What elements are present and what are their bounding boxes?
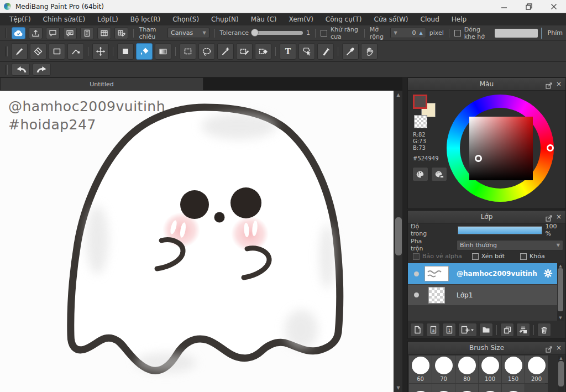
hand-tool[interactable]: [361, 43, 378, 60]
scrollbar-thumb[interactable]: [558, 361, 564, 386]
merge-layer-button[interactable]: [516, 323, 530, 337]
text-tool[interactable]: T: [280, 43, 296, 60]
key-label[interactable]: Phím: [548, 29, 563, 36]
layer-row[interactable]: Lớp1: [408, 284, 557, 305]
palette-edit-button[interactable]: [431, 167, 447, 181]
add-layer-button[interactable]: [410, 323, 424, 337]
saturation-value-box[interactable]: [469, 117, 533, 180]
menu-filter[interactable]: Bộ lọc(R): [124, 13, 166, 25]
protect-alpha-checkbox[interactable]: [413, 253, 420, 260]
comment-button[interactable]: [46, 27, 60, 39]
polyline-tool[interactable]: [67, 43, 84, 60]
cloud-sync-button[interactable]: [12, 27, 25, 39]
close-button[interactable]: [541, 0, 566, 13]
tab-untitled[interactable]: Untitled: [0, 77, 203, 91]
fill-rect-tool[interactable]: [117, 43, 134, 60]
layer-settings-button[interactable]: [543, 269, 553, 280]
redo-button[interactable]: [33, 63, 51, 76]
menu-cloud[interactable]: Cloud: [415, 13, 446, 25]
menu-layer[interactable]: Lớp(L): [91, 13, 124, 25]
layer-panel-header[interactable]: Lớp ×: [408, 211, 565, 223]
add-8bit-layer-button[interactable]: a: [426, 323, 440, 337]
material-panel-button[interactable]: [97, 27, 111, 39]
message-button[interactable]: [63, 27, 77, 39]
popout-icon[interactable]: [546, 344, 552, 355]
reference-dropdown[interactable]: Canvas ▼: [167, 28, 209, 38]
shape-tool[interactable]: [49, 43, 65, 60]
brush-size-60[interactable]: 60: [409, 356, 432, 383]
magic-wand-tool[interactable]: [217, 43, 234, 60]
brush-size-150[interactable]: 150: [502, 356, 525, 383]
scrollbar-thumb[interactable]: [558, 268, 563, 311]
eraser-tool[interactable]: [30, 43, 46, 60]
brush-size-200[interactable]: 200: [525, 356, 548, 383]
minimize-button[interactable]: [491, 0, 516, 13]
brush-size-cell[interactable]: [409, 384, 432, 392]
foreground-color-swatch[interactable]: [413, 95, 427, 109]
close-gap-swatch[interactable]: [495, 29, 538, 38]
move-tool[interactable]: [92, 43, 109, 60]
opacity-slider[interactable]: [458, 226, 542, 234]
publish-button[interactable]: [29, 27, 43, 39]
close-panel-icon[interactable]: ×: [556, 212, 562, 221]
brush-size-cell[interactable]: [432, 384, 455, 392]
select-eraser-tool[interactable]: [255, 43, 271, 60]
restore-button[interactable]: [516, 0, 541, 13]
eyedropper-tool[interactable]: [342, 43, 359, 60]
expand-spinner[interactable]: ▼ 0 ▲: [390, 28, 426, 38]
scroll-down-icon[interactable]: ▼: [557, 316, 564, 320]
brush-size-70[interactable]: 70: [432, 356, 455, 383]
menu-edit[interactable]: Chỉnh sửa(E): [37, 13, 92, 25]
menu-window[interactable]: Cửa sổ(W): [368, 13, 415, 25]
lock-checkbox[interactable]: [520, 253, 527, 260]
tolerance-slider[interactable]: [252, 31, 303, 35]
grid-edit-button[interactable]: [114, 27, 128, 39]
clipping-checkbox[interactable]: [472, 253, 479, 260]
scroll-down-icon[interactable]: ▼: [394, 385, 402, 390]
canvas-vertical-scrollbar[interactable]: ▲ ▼: [394, 91, 402, 392]
brush-size-cell[interactable]: [502, 384, 525, 392]
brush-size-cell[interactable]: [525, 384, 548, 392]
divide-tool[interactable]: [317, 43, 334, 60]
add-layer-menu-button[interactable]: [458, 323, 477, 337]
drawing-canvas[interactable]: @hamhoc2009vuitinh #hoidap247: [0, 91, 394, 392]
layer-list-scrollbar[interactable]: ▲ ▼: [557, 263, 564, 321]
spin-up-icon[interactable]: ▲: [420, 30, 423, 35]
close-gap-checkbox[interactable]: [454, 30, 461, 36]
undo-button[interactable]: [12, 63, 30, 76]
bucket-tool[interactable]: [136, 43, 153, 60]
gradient-tool[interactable]: [155, 43, 171, 60]
brush-size-cell[interactable]: [479, 384, 501, 392]
brush-tool[interactable]: [11, 43, 28, 60]
select-rect-tool[interactable]: [180, 43, 196, 60]
hue-marker[interactable]: [547, 144, 554, 151]
lasso-tool[interactable]: [198, 43, 215, 60]
close-panel-icon[interactable]: ×: [556, 343, 562, 352]
close-panel-icon[interactable]: ×: [556, 80, 562, 88]
brush-size-cell[interactable]: [455, 384, 478, 392]
popout-icon[interactable]: [546, 81, 552, 91]
operation-tool[interactable]: [298, 43, 315, 60]
add-1bit-layer-button[interactable]: 1: [442, 323, 456, 337]
document-panel-button[interactable]: [80, 27, 94, 39]
menu-view[interactable]: Xem(V): [283, 13, 319, 25]
scroll-up-icon[interactable]: ▲: [558, 356, 564, 360]
menu-help[interactable]: Help: [446, 13, 473, 25]
brush-size-80[interactable]: 80: [455, 356, 478, 383]
layer-visibility-toggle[interactable]: [414, 271, 419, 276]
new-folder-button[interactable]: [479, 323, 493, 337]
menu-file[interactable]: Tệp(F): [3, 13, 37, 25]
blend-mode-dropdown[interactable]: Bình thường ▼: [457, 240, 563, 250]
menu-select[interactable]: Chọn(S): [166, 13, 205, 25]
tolerance-slider-knob[interactable]: [251, 29, 259, 36]
brush-panel-header[interactable]: Brush Size ×: [408, 342, 565, 354]
color-panel-header[interactable]: Màu ×: [408, 78, 565, 91]
delete-layer-button[interactable]: [537, 323, 551, 337]
select-pen-tool[interactable]: [236, 43, 253, 60]
scroll-up-icon[interactable]: ▲: [557, 264, 564, 268]
brush-size-100[interactable]: 100: [479, 356, 501, 383]
menu-color[interactable]: Màu (C): [245, 13, 283, 25]
scrollbar-thumb[interactable]: [395, 217, 402, 255]
saturation-marker[interactable]: [475, 155, 482, 162]
scroll-up-icon[interactable]: ▲: [394, 92, 402, 97]
